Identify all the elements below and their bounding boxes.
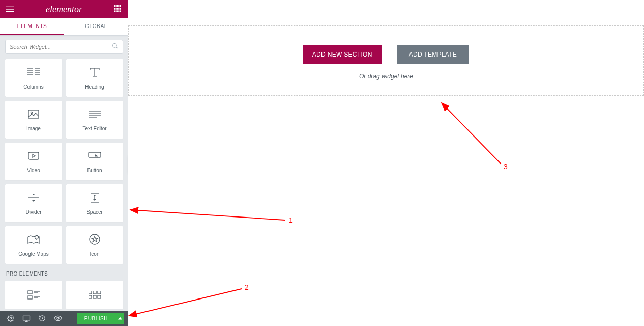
- widget-text-editor[interactable]: Text Editor: [66, 101, 123, 139]
- panel-header: elementor: [0, 0, 128, 18]
- text-icon: [89, 108, 101, 120]
- search-widget-box[interactable]: [5, 40, 123, 54]
- search-icon[interactable]: [112, 42, 119, 51]
- map-icon: [27, 234, 40, 245]
- widget-spacer[interactable]: Spacer: [66, 184, 123, 222]
- svg-point-28: [31, 112, 32, 113]
- widget-label: Text Editor: [82, 126, 106, 131]
- footer-left: [2, 315, 62, 322]
- svg-marker-34: [33, 154, 35, 157]
- svg-rect-61: [23, 316, 30, 320]
- divider-icon: [28, 192, 39, 203]
- svg-rect-5: [119, 5, 121, 7]
- widget-image[interactable]: Image: [5, 101, 62, 139]
- apps-icon[interactable]: [114, 5, 122, 13]
- publish-button[interactable]: PUBLISH: [77, 313, 115, 324]
- svg-rect-33: [28, 152, 39, 159]
- svg-rect-10: [116, 11, 119, 13]
- panel-scroll: Columns Heading Image Text Editor Video …: [0, 36, 128, 311]
- widget-label: Spacer: [86, 209, 103, 215]
- editor-canvas[interactable]: ADD NEW SECTION ADD TEMPLATE Or drag wid…: [128, 0, 644, 326]
- section-title-pro: PRO ELEMENTS: [5, 264, 123, 281]
- widget-button[interactable]: Button: [66, 143, 123, 180]
- widget-columns[interactable]: Columns: [5, 59, 62, 97]
- widget-grid: Columns Heading Image Text Editor Video …: [5, 59, 123, 264]
- menu-icon[interactable]: [6, 5, 14, 13]
- widget-label: Heading: [85, 84, 104, 90]
- panel-footer: PUBLISH: [0, 311, 128, 326]
- svg-rect-55: [93, 291, 96, 294]
- brand-logo: elementor: [46, 4, 82, 15]
- svg-line-13: [116, 47, 118, 48]
- svg-rect-6: [114, 8, 116, 10]
- video-icon: [28, 150, 39, 161]
- svg-marker-39: [32, 200, 35, 202]
- search-input[interactable]: [10, 44, 112, 50]
- svg-rect-3: [114, 5, 116, 7]
- widget-portfolio[interactable]: [66, 281, 123, 309]
- svg-rect-58: [93, 295, 96, 298]
- columns-icon: [27, 67, 40, 78]
- widget-google-maps[interactable]: Google Maps: [5, 226, 62, 264]
- widget-label: Google Maps: [18, 251, 48, 257]
- svg-rect-2: [6, 11, 14, 12]
- svg-rect-9: [114, 11, 116, 13]
- widget-label: Icon: [90, 251, 100, 257]
- widget-divider[interactable]: Divider: [5, 184, 62, 222]
- image-icon: [28, 108, 39, 120]
- drag-hint-text: Or drag widget here: [129, 73, 643, 80]
- new-section-dropzone[interactable]: ADD NEW SECTION ADD TEMPLATE Or drag wid…: [128, 25, 644, 96]
- svg-point-12: [113, 44, 117, 48]
- history-icon[interactable]: [39, 315, 46, 322]
- action-row: ADD NEW SECTION ADD TEMPLATE: [129, 45, 643, 64]
- tab-global[interactable]: GLOBAL: [64, 18, 128, 35]
- widget-posts[interactable]: [5, 281, 62, 309]
- widget-label: Image: [26, 126, 41, 131]
- svg-rect-51: [28, 296, 32, 299]
- svg-marker-37: [32, 194, 35, 195]
- panel-tabs: ELEMENTS GLOBAL: [0, 18, 128, 36]
- svg-rect-4: [116, 5, 119, 7]
- svg-rect-1: [6, 9, 14, 9]
- add-template-button[interactable]: ADD TEMPLATE: [397, 45, 470, 64]
- icon-icon: [89, 234, 100, 245]
- responsive-icon[interactable]: [22, 315, 31, 322]
- widget-label: Video: [27, 168, 40, 173]
- button-icon: [88, 150, 101, 161]
- preview-icon[interactable]: [54, 315, 62, 321]
- posts-icon: [27, 289, 40, 301]
- svg-rect-8: [119, 8, 121, 10]
- svg-rect-27: [28, 110, 39, 118]
- portfolio-icon: [89, 289, 101, 301]
- svg-rect-56: [98, 291, 101, 294]
- svg-rect-59: [98, 295, 101, 298]
- svg-rect-54: [89, 291, 92, 294]
- svg-point-64: [57, 317, 59, 319]
- widget-heading[interactable]: Heading: [66, 59, 123, 97]
- widget-label: Columns: [23, 84, 43, 90]
- svg-marker-47: [92, 236, 98, 242]
- svg-marker-65: [118, 317, 122, 320]
- svg-rect-11: [119, 11, 121, 13]
- settings-icon[interactable]: [7, 315, 14, 322]
- pro-widget-grid: [5, 281, 123, 309]
- elementor-panel: elementor ELEMENTS GLOBAL Columns Headin…: [0, 0, 128, 326]
- widget-label: Divider: [25, 209, 41, 215]
- widget-video[interactable]: Video: [5, 143, 62, 180]
- svg-point-60: [10, 317, 12, 319]
- publish-wrap: PUBLISH: [77, 313, 124, 324]
- svg-rect-7: [116, 8, 119, 10]
- svg-rect-35: [89, 152, 101, 157]
- spacer-icon: [91, 192, 99, 203]
- svg-marker-43: [93, 199, 96, 201]
- tab-elements[interactable]: ELEMENTS: [0, 18, 64, 35]
- svg-rect-0: [6, 7, 14, 7]
- heading-icon: [89, 67, 100, 78]
- add-new-section-button[interactable]: ADD NEW SECTION: [303, 45, 382, 64]
- widget-icon[interactable]: Icon: [66, 226, 123, 264]
- publish-options[interactable]: [115, 313, 124, 324]
- svg-rect-48: [28, 291, 32, 294]
- widget-label: Button: [87, 168, 102, 173]
- svg-rect-57: [89, 295, 92, 298]
